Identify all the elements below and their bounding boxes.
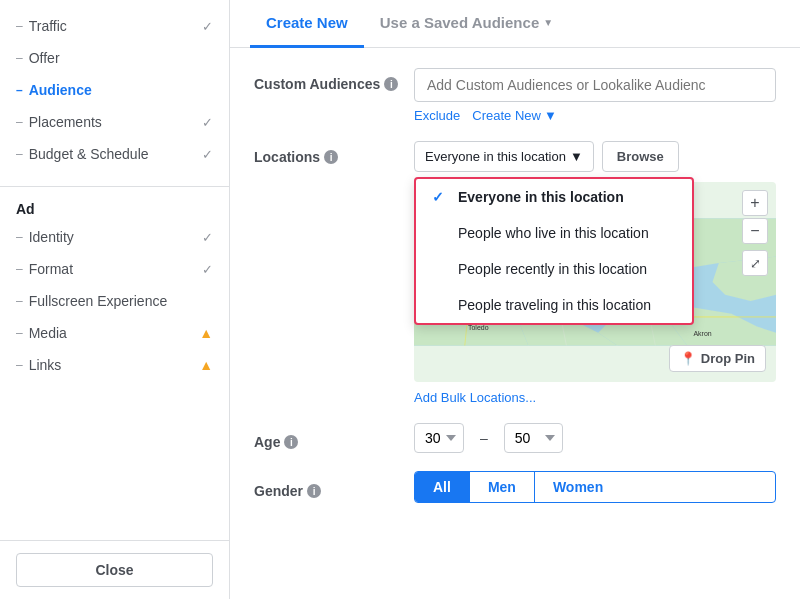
gender-row: Gender i All Men Women: [254, 471, 776, 503]
sidebar: – Traffic ✓ – Offer – Audience – Placeme…: [0, 0, 230, 599]
sidebar-item-links-label: Links: [29, 357, 62, 373]
check-icon-traffic: ✓: [202, 19, 213, 34]
sidebar-item-identity[interactable]: – Identity ✓: [0, 221, 229, 253]
sidebar-item-media[interactable]: – Media ▲: [0, 317, 229, 349]
gender-label: Gender i: [254, 475, 414, 499]
dropdown-item-recently[interactable]: People recently in this location: [416, 251, 692, 287]
location-type-dropdown[interactable]: Everyone in this location ▼: [414, 141, 594, 172]
browse-button[interactable]: Browse: [602, 141, 679, 172]
age-from-select[interactable]: 30 182125 35404550: [414, 423, 464, 453]
pin-icon: 📍: [680, 351, 696, 366]
sidebar-item-links[interactable]: – Links ▲: [0, 349, 229, 381]
zoom-in-button[interactable]: +: [742, 190, 768, 216]
check-icon-budget: ✓: [202, 147, 213, 162]
location-top: Everyone in this location ▼ Browse: [414, 141, 776, 172]
gender-buttons: All Men Women: [414, 471, 776, 503]
age-row: Age i 30 182125 35404550 – 50 354045 556…: [254, 423, 776, 453]
location-label: Locations i: [254, 141, 414, 165]
exclude-button[interactable]: Exclude: [414, 108, 460, 123]
location-info-icon[interactable]: i: [324, 150, 338, 164]
gender-all-button[interactable]: All: [415, 472, 469, 502]
sidebar-item-format-label: Format: [29, 261, 73, 277]
zoom-out-button[interactable]: −: [742, 218, 768, 244]
form-area: Custom Audiences i Exclude Create New ▼ …: [230, 48, 800, 541]
sidebar-item-audience[interactable]: – Audience: [0, 74, 229, 106]
sidebar-item-media-label: Media: [29, 325, 67, 341]
dropdown-item-everyone[interactable]: ✓ Everyone in this location: [416, 179, 692, 215]
drop-pin-button[interactable]: 📍 Drop Pin: [669, 345, 766, 372]
sidebar-item-fullscreen[interactable]: – Fullscreen Experience: [0, 285, 229, 317]
location-type-label: Everyone in this location: [425, 149, 566, 164]
audiences-actions: Exclude Create New ▼: [414, 108, 776, 123]
sidebar-item-placements-label: Placements: [29, 114, 102, 130]
age-label: Age i: [254, 426, 414, 450]
tab-create-new[interactable]: Create New: [250, 0, 364, 48]
sidebar-close: Close: [0, 540, 229, 599]
ad-section-label: Ad: [0, 197, 229, 221]
map-expand-button[interactable]: ⤢: [742, 250, 768, 276]
sidebar-item-budget-label: Budget & Schedule: [29, 146, 149, 162]
svg-text:Akron: Akron: [693, 330, 711, 337]
add-bulk-locations-link[interactable]: Add Bulk Locations...: [414, 390, 776, 405]
sidebar-item-traffic-label: Traffic: [29, 18, 67, 34]
dropdown-item-live[interactable]: People who live in this location: [416, 215, 692, 251]
sidebar-item-offer-label: Offer: [29, 50, 60, 66]
warn-icon-links: ▲: [199, 357, 213, 373]
sidebar-item-traffic[interactable]: – Traffic ✓: [0, 10, 229, 42]
sidebar-item-identity-label: Identity: [29, 229, 74, 245]
age-control: 30 182125 35404550 – 50 354045 556065Any: [414, 423, 776, 453]
custom-audiences-info-icon[interactable]: i: [384, 77, 398, 91]
age-info-icon[interactable]: i: [284, 435, 298, 449]
sidebar-item-budget[interactable]: – Budget & Schedule ✓: [0, 138, 229, 170]
sidebar-item-offer[interactable]: – Offer: [0, 42, 229, 74]
check-icon-identity: ✓: [202, 230, 213, 245]
custom-audiences-label: Custom Audiences i: [254, 68, 414, 92]
custom-audiences-control: Exclude Create New ▼: [414, 68, 776, 123]
chevron-down-location-icon: ▼: [570, 149, 583, 164]
age-to-select[interactable]: 50 354045 556065Any: [504, 423, 563, 453]
sidebar-item-audience-label: Audience: [29, 82, 92, 98]
sidebar-item-fullscreen-label: Fullscreen Experience: [29, 293, 168, 309]
warn-icon-media: ▲: [199, 325, 213, 341]
check-icon-placements: ✓: [202, 115, 213, 130]
chevron-down-icon: ▼: [543, 17, 553, 28]
main-content: Create New Use a Saved Audience ▼ Custom…: [230, 0, 800, 599]
dropdown-item-traveling[interactable]: People traveling in this location: [416, 287, 692, 323]
custom-audiences-input[interactable]: [414, 68, 776, 102]
sidebar-item-placements[interactable]: – Placements ✓: [0, 106, 229, 138]
custom-audiences-row: Custom Audiences i Exclude Create New ▼: [254, 68, 776, 123]
gender-control: All Men Women: [414, 471, 776, 503]
chevron-down-create-icon: ▼: [544, 108, 557, 123]
gender-men-button[interactable]: Men: [469, 472, 534, 502]
gender-women-button[interactable]: Women: [534, 472, 621, 502]
sidebar-nav: – Traffic ✓ – Offer – Audience – Placeme…: [0, 0, 229, 540]
sidebar-item-format[interactable]: – Format ✓: [0, 253, 229, 285]
map-controls: + − ⤢: [742, 190, 768, 276]
location-input-area: Everyone in this location ▼ Browse ✓ Eve…: [414, 141, 776, 405]
gender-info-icon[interactable]: i: [307, 484, 321, 498]
tabs-bar: Create New Use a Saved Audience ▼: [230, 0, 800, 48]
close-button[interactable]: Close: [16, 553, 213, 587]
age-dash: –: [480, 430, 488, 446]
tab-use-saved-label: Use a Saved Audience: [380, 14, 540, 31]
location-dropdown-menu: ✓ Everyone in this location People who l…: [414, 177, 694, 325]
location-row: Locations i Everyone in this location ▼ …: [254, 141, 776, 405]
tab-use-saved[interactable]: Use a Saved Audience ▼: [364, 0, 569, 48]
check-icon-format: ✓: [202, 262, 213, 277]
create-new-audience-button[interactable]: Create New ▼: [472, 108, 557, 123]
check-icon-everyone: ✓: [432, 189, 448, 205]
